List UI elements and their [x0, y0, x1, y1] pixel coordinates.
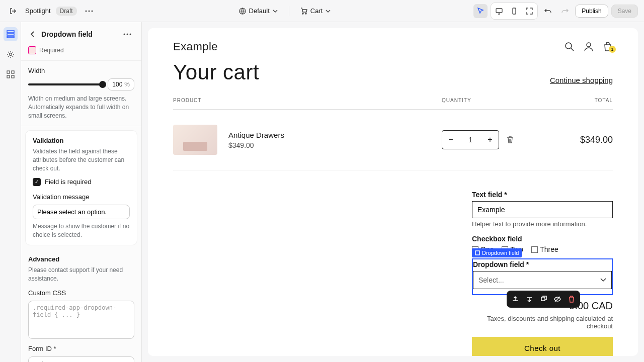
hide-button[interactable]: [552, 294, 563, 305]
text-field-input[interactable]: [472, 201, 613, 218]
rail-settings[interactable]: [4, 47, 18, 61]
validation-section: Validation Validates the field against t…: [25, 130, 137, 245]
width-value-box[interactable]: 100 %: [108, 78, 134, 90]
sidebar: Dropdown field Required Width 100 % Widt…: [21, 22, 142, 362]
cart-icon-button[interactable]: 1: [603, 42, 613, 52]
block-tag: Dropdown field: [472, 248, 522, 257]
qty-value[interactable]: 1: [459, 136, 481, 144]
required-checkbox[interactable]: ✓: [33, 178, 41, 186]
svg-point-18: [130, 34, 131, 35]
svg-rect-15: [12, 75, 14, 78]
qty-decrease[interactable]: −: [442, 135, 459, 144]
publish-button[interactable]: Publish: [575, 5, 608, 18]
fullscreen-icon[interactable]: [522, 4, 536, 18]
cart-badge: 1: [609, 46, 616, 53]
required-checkbox-row[interactable]: ✓ Field is required: [33, 178, 130, 186]
svg-point-1: [88, 10, 90, 12]
width-label: Width: [28, 67, 134, 74]
cart-row: Antique Drawers $349.00 − 1 + $349.00: [173, 110, 613, 170]
slider-knob[interactable]: [99, 81, 106, 88]
col-qty: QUANTITY: [442, 98, 542, 103]
required-label: Field is required: [45, 178, 92, 186]
move-down-button[interactable]: [524, 294, 535, 305]
qty-increase[interactable]: +: [481, 135, 499, 144]
exit-button[interactable]: [6, 4, 20, 18]
page-dropdown[interactable]: Cart: [296, 5, 335, 17]
width-unit: %: [124, 81, 130, 88]
text-field-help: Helper text to provide more information.: [472, 220, 613, 228]
dropdown-block[interactable]: Dropdown field Dropdown field * Select..…: [472, 258, 613, 295]
redo-button[interactable]: [558, 4, 572, 18]
context-dropdown[interactable]: Default: [235, 5, 282, 17]
rail-sections[interactable]: [4, 27, 18, 41]
product-name[interactable]: Antique Drawers: [228, 131, 442, 139]
required-text: Required: [39, 47, 64, 54]
checkout-button[interactable]: Check out: [472, 337, 613, 356]
chevron-down-icon: [273, 10, 278, 13]
sidebar-title: Dropdown field: [41, 30, 116, 38]
cart-icon: [300, 8, 307, 15]
checkbox-three-label: Three: [540, 245, 558, 253]
store-header: Example 1: [173, 40, 613, 53]
svg-rect-21: [475, 251, 479, 255]
undo-button[interactable]: [541, 4, 555, 18]
form-id-input[interactable]: [28, 356, 134, 362]
width-slider[interactable]: [28, 83, 103, 85]
svg-rect-9: [7, 34, 14, 35]
topbar-center: Default Cart: [96, 5, 474, 17]
back-button[interactable]: [28, 27, 37, 41]
message-label: Validation message: [33, 193, 130, 201]
desktop-icon[interactable]: [492, 4, 506, 18]
sidebar-header: Dropdown field: [21, 22, 141, 46]
account-icon[interactable]: [584, 42, 594, 52]
css-textarea[interactable]: .required-app-dropdown-field { ... }: [28, 301, 134, 339]
dropdown-select[interactable]: Select...: [473, 271, 612, 289]
more-icon[interactable]: [120, 27, 134, 41]
trash-icon: [506, 136, 514, 144]
store-name: Example: [173, 40, 218, 53]
delete-button[interactable]: [566, 294, 577, 305]
svg-point-2: [91, 10, 93, 12]
divider: [289, 6, 289, 16]
svg-point-16: [124, 34, 125, 35]
device-group: [491, 3, 538, 20]
product-image[interactable]: [173, 125, 217, 155]
inspector-button[interactable]: [473, 4, 488, 18]
advanced-title: Advanced: [28, 255, 134, 263]
block-tag-label: Dropdown field: [482, 250, 519, 256]
message-input[interactable]: [33, 205, 130, 219]
duplicate-button[interactable]: [538, 294, 549, 305]
dropdown-label: Dropdown field *: [473, 259, 612, 268]
search-icon[interactable]: [565, 42, 575, 52]
svg-rect-14: [7, 75, 10, 78]
topbar-right: Publish Save: [473, 3, 638, 20]
rail-apps[interactable]: [4, 67, 18, 81]
mobile-icon[interactable]: [507, 4, 521, 18]
store-icons: 1: [565, 42, 613, 52]
chevron-left-icon: [31, 31, 35, 37]
title-row: Your cart Continue shopping: [173, 60, 613, 84]
save-button: Save: [611, 5, 638, 18]
width-help: Width on medium and large screens. Autom…: [28, 95, 134, 120]
topbar-left: Spotlight Draft: [6, 4, 96, 18]
qty-stepper: − 1 +: [442, 130, 499, 149]
move-up-button[interactable]: [510, 294, 521, 305]
product-info: Antique Drawers $349.00: [228, 131, 442, 149]
app-icon: [28, 46, 36, 54]
preview: Example 1 Your cart Continue shopping PR…: [148, 28, 638, 356]
advanced-section: Advanced Please contact support if your …: [21, 249, 141, 362]
draft-badge: Draft: [56, 7, 77, 16]
text-field-label: Text field *: [472, 191, 613, 199]
checkbox-field-label: Checkbox field: [472, 235, 613, 243]
page-label: Cart: [310, 7, 323, 15]
canvas: Example 1 Your cart Continue shopping PR…: [142, 22, 644, 362]
svg-rect-10: [7, 36, 14, 38]
continue-shopping-link[interactable]: Continue shopping: [550, 76, 613, 84]
checkbox-icon: [531, 246, 538, 253]
svg-point-0: [85, 10, 87, 12]
checkbox-three[interactable]: Three: [531, 245, 558, 253]
page-title: Your cart: [173, 60, 259, 84]
qty-cell: − 1 +: [442, 130, 542, 149]
remove-item[interactable]: [506, 136, 514, 144]
more-icon[interactable]: [82, 4, 96, 18]
